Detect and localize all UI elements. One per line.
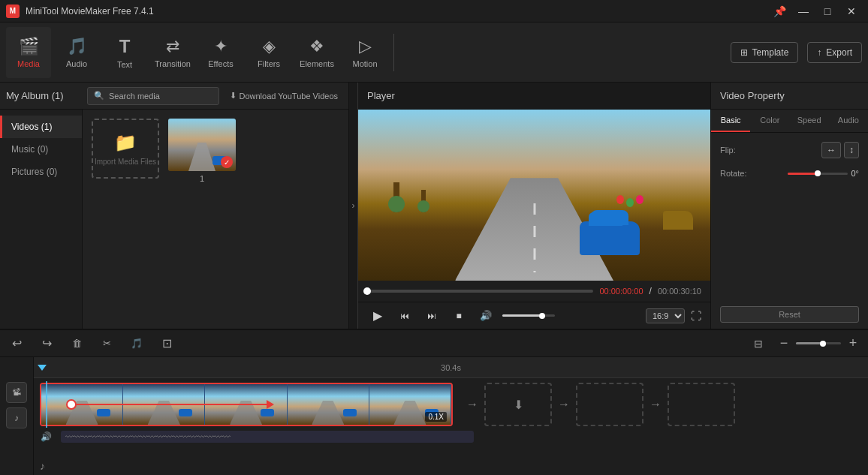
road-line xyxy=(533,203,535,272)
toolbar-transition[interactable]: ⇄ Transition xyxy=(150,27,195,78)
import-media-button[interactable]: 📁 Import Media Files xyxy=(92,119,159,179)
video-track-icon[interactable]: 📽 xyxy=(6,382,27,403)
insert-end-button[interactable]: → xyxy=(648,396,663,413)
rotate-label: Rotate: xyxy=(720,169,746,178)
toolbar-effects[interactable]: ✦ Effects xyxy=(198,27,243,78)
motion-label: Motion xyxy=(352,59,377,68)
flip-vertical-button[interactable]: ↕ xyxy=(844,142,859,158)
flip-controls: ↔ ↕ xyxy=(821,142,859,158)
rotate-slider[interactable] xyxy=(788,173,848,175)
transition-label: Transition xyxy=(155,59,191,68)
filters-label: Filters xyxy=(258,59,280,68)
flip-row: Flip: ↔ ↕ xyxy=(720,142,859,158)
side-slot-3 xyxy=(668,383,735,426)
pin-button[interactable]: 📌 xyxy=(769,1,790,22)
media-item-1[interactable]: ✓ 1 xyxy=(168,119,236,183)
thumb-road-5 xyxy=(393,401,426,425)
timeline-duration-label: 30.4s xyxy=(441,363,461,372)
sidebar-item-music[interactable]: Music (0) xyxy=(0,138,82,161)
tab-basic[interactable]: Basic xyxy=(711,110,750,132)
video-scene xyxy=(358,110,710,281)
tree-top-2 xyxy=(417,200,429,212)
volume-slider[interactable] xyxy=(502,314,555,317)
tab-speed[interactable]: Speed xyxy=(790,110,829,132)
add-music-icon[interactable]: ♪ xyxy=(40,460,45,472)
volume-button[interactable]: 🔊 xyxy=(475,305,496,326)
step-back-button[interactable]: ⏮ xyxy=(394,305,415,326)
template-button[interactable]: ⊞ Template xyxy=(731,42,799,63)
sidebar-item-pictures[interactable]: Pictures (0) xyxy=(0,161,82,183)
rotate-fill xyxy=(788,173,818,175)
stop-button[interactable]: ■ xyxy=(448,305,469,326)
crop-button[interactable]: ⊡ xyxy=(156,333,177,354)
zoom-out-button[interactable]: − xyxy=(775,335,793,353)
export-button[interactable]: ↑ Export xyxy=(807,42,862,63)
playhead-marker xyxy=(40,357,47,377)
titlebar-left: M MiniTool MovieMaker Free 7.4.1 xyxy=(6,5,154,18)
redo-button[interactable]: ↪ xyxy=(36,333,57,354)
minimize-button[interactable]: — xyxy=(793,1,814,22)
player-area: Player xyxy=(358,83,710,329)
tree-top-1 xyxy=(388,196,405,212)
maximize-button[interactable]: □ xyxy=(817,1,838,22)
cut-button[interactable]: ✂ xyxy=(96,333,117,354)
template-label: Template xyxy=(752,47,789,58)
download-arrow-icon: ⬇ xyxy=(514,398,523,412)
layers-button[interactable]: ⊟ xyxy=(748,333,769,354)
download-label: Download YouTube Videos xyxy=(240,92,339,101)
insert-middle-button[interactable]: → xyxy=(556,396,571,413)
audio-label: Audio xyxy=(66,59,87,68)
left-panel-header: My Album (1) 🔍 Search media ⬇ Download Y… xyxy=(0,83,348,110)
insert-before-button[interactable]: → xyxy=(465,396,480,413)
player-header: Player xyxy=(358,83,710,110)
flip-horizontal-button[interactable]: ↔ xyxy=(821,142,841,158)
search-box[interactable]: 🔍 Search media xyxy=(87,87,219,105)
motion-line xyxy=(71,404,267,405)
toolbar-filters[interactable]: ◈ Filters xyxy=(246,27,291,78)
timeline-right-tools: ⊟ − + xyxy=(748,333,862,354)
rotate-row: Rotate: 0° xyxy=(720,169,859,178)
rotate-dot xyxy=(815,170,821,176)
fullscreen-button[interactable]: ⛶ xyxy=(691,310,701,322)
music-track-row: ♪ xyxy=(40,460,45,472)
audio-icon: 🎵 xyxy=(67,37,87,56)
toolbar-motion[interactable]: ▷ Motion xyxy=(342,27,387,78)
close-button[interactable]: ✕ xyxy=(841,1,862,22)
step-forward-button[interactable]: ⏭ xyxy=(421,305,442,326)
folder-icon: 📁 xyxy=(114,132,137,153)
motion-arrow xyxy=(71,400,274,409)
tab-audio[interactable]: Audio xyxy=(829,110,868,132)
progress-bar[interactable] xyxy=(367,290,593,293)
reset-button[interactable]: Reset xyxy=(720,306,859,323)
app-title: MiniTool MovieMaker Free 7.4.1 xyxy=(26,6,154,17)
balloons xyxy=(616,195,643,207)
time-separator: / xyxy=(649,286,652,296)
aspect-ratio-select[interactable]: 16:9 4:3 1:1 9:16 xyxy=(646,308,685,323)
tab-color[interactable]: Color xyxy=(750,110,789,132)
toolbar-text[interactable]: T Text xyxy=(102,27,147,78)
sidebar-item-videos[interactable]: Videos (1) xyxy=(0,116,82,138)
panel-collapse-handle[interactable]: › xyxy=(349,83,358,329)
app-logo: M xyxy=(6,5,20,18)
toolbar-elements[interactable]: ❖ Elements xyxy=(294,27,339,78)
audio-track-icon: 🔊 xyxy=(40,431,52,443)
video-clip[interactable]: 30.4s xyxy=(40,383,453,426)
detach-audio-button[interactable]: 🎵 xyxy=(126,333,147,354)
zoom-slider[interactable] xyxy=(796,342,841,344)
undo-button[interactable]: ↩ xyxy=(6,333,27,354)
download-youtube-button[interactable]: ⬇ Download YouTube Videos xyxy=(225,89,343,102)
side-clip-slots: → ⬇ → → xyxy=(465,383,735,426)
toolbar-media[interactable]: 🎬 Media xyxy=(6,27,51,78)
audio-clip[interactable]: 〰〰〰〰〰〰〰〰〰〰〰〰〰〰〰〰〰〰〰〰 xyxy=(61,431,474,443)
thumb-car-2 xyxy=(179,409,192,416)
music-track-icon[interactable]: ♪ xyxy=(6,407,27,428)
delete-button[interactable]: 🗑 xyxy=(66,333,87,354)
play-button[interactable]: ▶ xyxy=(367,305,388,326)
media-thumbnail: ✓ xyxy=(168,119,236,171)
timeline-tracks: 30.4s xyxy=(34,378,868,475)
zoom-in-button[interactable]: + xyxy=(844,335,862,353)
toolbar: 🎬 Media 🎵 Audio T Text ⇄ Transition ✦ Ef… xyxy=(0,23,868,83)
clip-thumb-4 xyxy=(288,384,369,425)
toolbar-audio[interactable]: 🎵 Audio xyxy=(54,27,99,78)
car xyxy=(580,221,640,255)
